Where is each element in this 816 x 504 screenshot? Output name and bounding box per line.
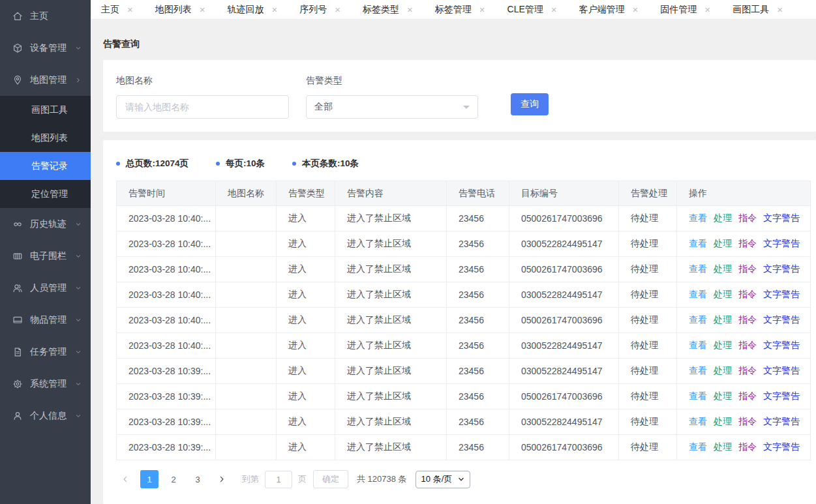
handle-link[interactable]: 处理 [714, 263, 732, 274]
stat-item: 每页: 10条 [216, 158, 265, 170]
tab-close-icon[interactable]: × [777, 5, 783, 14]
tab-close-icon[interactable]: × [633, 5, 639, 14]
view-link[interactable]: 查看 [689, 340, 707, 350]
sidebar-item[interactable]: 人员管理 [0, 272, 91, 304]
goto-page-input[interactable] [265, 471, 292, 488]
sidebar-item[interactable]: 电子围栏 [0, 240, 91, 272]
handle-link[interactable]: 处理 [714, 314, 732, 325]
command-link[interactable]: 指令 [738, 238, 757, 248]
tab-close-icon[interactable]: × [127, 5, 133, 14]
page-button[interactable]: 2 [164, 470, 183, 488]
column-header: 告警类型 [277, 181, 335, 206]
handle-link[interactable]: 处理 [714, 365, 732, 376]
view-link[interactable]: 查看 [689, 365, 707, 376]
view-link[interactable]: 查看 [689, 289, 707, 299]
sidebar-item[interactable]: 物品管理 [0, 304, 91, 336]
header-row: 告警时间地图名称告警类型告警内容告警电话目标编号告警处理操作 [117, 181, 811, 206]
tab-close-icon[interactable]: × [551, 5, 557, 14]
table-row: 2023-03-28 10:40:...进入进入了禁止区域23456050026… [117, 257, 811, 282]
view-link[interactable]: 查看 [689, 314, 707, 325]
text-warning-link[interactable]: 文字警告 [763, 441, 800, 452]
tab[interactable]: 标签类型× [363, 4, 413, 16]
tab[interactable]: 固件管理× [660, 4, 710, 16]
sidebar-item[interactable]: 历史轨迹 [0, 208, 91, 240]
view-link[interactable]: 查看 [689, 213, 707, 223]
tab-close-icon[interactable]: × [704, 5, 710, 14]
command-link[interactable]: 指令 [738, 263, 757, 274]
next-page-button[interactable] [213, 470, 231, 488]
handle-link[interactable]: 处理 [714, 391, 732, 401]
view-link[interactable]: 查看 [689, 441, 707, 452]
text-warning-link[interactable]: 文字警告 [763, 238, 800, 248]
cell-actions: 查看处理指令文字警告 [677, 231, 811, 257]
command-link[interactable]: 指令 [738, 213, 757, 223]
page-button[interactable]: 3 [189, 470, 207, 488]
command-link[interactable]: 指令 [738, 314, 757, 325]
tab[interactable]: CLE管理× [507, 4, 557, 16]
table-row: 2023-03-28 10:39:...进入进入了禁止区域23456050026… [117, 435, 811, 460]
cell-map-name [216, 333, 277, 359]
text-warning-link[interactable]: 文字警告 [763, 213, 800, 223]
view-link[interactable]: 查看 [689, 391, 707, 401]
page-button[interactable]: 1 [140, 470, 159, 488]
page-title: 告警查询 [103, 20, 816, 60]
sidebar-item[interactable]: 主页 [0, 0, 91, 32]
command-link[interactable]: 指令 [738, 365, 757, 376]
sidebar-item[interactable]: 设备管理 [0, 32, 91, 64]
tab-close-icon[interactable]: × [272, 5, 278, 14]
text-warning-link[interactable]: 文字警告 [763, 314, 800, 325]
prev-page-button[interactable] [116, 470, 134, 488]
sidebar-subitem[interactable]: 告警记录 [0, 152, 91, 180]
page-size-select[interactable]: 10 条/页 [416, 471, 471, 488]
cell-alarm-content: 进入了禁止区域 [335, 308, 447, 333]
text-warning-link[interactable]: 文字警告 [763, 365, 800, 376]
alarm-type-select[interactable]: 全部 [306, 95, 478, 119]
sidebar-item[interactable]: 系统管理 [0, 368, 91, 400]
sidebar-item[interactable]: 个人信息 [0, 400, 91, 432]
command-link[interactable]: 指令 [738, 289, 757, 299]
tab-close-icon[interactable]: × [407, 5, 413, 14]
tab[interactable]: 标签管理× [435, 4, 485, 16]
tab[interactable]: 轨迹回放× [228, 4, 278, 16]
map-name-input[interactable] [116, 95, 289, 119]
search-button[interactable]: 查询 [511, 93, 549, 115]
chevron-down-icon [74, 348, 82, 356]
sidebar-subitem[interactable]: 画图工具 [0, 96, 91, 124]
tab-close-icon[interactable]: × [335, 5, 340, 14]
handle-link[interactable]: 处理 [714, 416, 732, 426]
confirm-button[interactable]: 确定 [313, 470, 348, 488]
table-card: 总页数: 12074页每页: 10条本页条数: 10条 告警时间地图名称告警类型… [103, 140, 816, 504]
text-warning-link[interactable]: 文字警告 [763, 391, 800, 401]
main-area: 主页×地图列表×轨迹回放×序列号×标签类型×标签管理×CLE管理×客户端管理×固… [91, 0, 816, 504]
tab[interactable]: 序列号× [299, 4, 340, 16]
tab[interactable]: 画图工具× [733, 4, 783, 16]
handle-link[interactable]: 处理 [714, 441, 732, 452]
text-warning-link[interactable]: 文字警告 [763, 340, 800, 350]
view-link[interactable]: 查看 [689, 238, 707, 248]
cell-alarm-type: 进入 [277, 206, 335, 231]
handle-link[interactable]: 处理 [714, 289, 732, 299]
text-warning-link[interactable]: 文字警告 [763, 289, 800, 299]
sidebar-subitem[interactable]: 定位管理 [0, 180, 91, 208]
text-warning-link[interactable]: 文字警告 [763, 263, 800, 274]
tab[interactable]: 地图列表× [155, 4, 205, 16]
view-link[interactable]: 查看 [689, 416, 707, 426]
sidebar-item[interactable]: 地图管理 [0, 64, 91, 96]
sidebar-item[interactable]: 任务管理 [0, 336, 91, 368]
table-row: 2023-03-28 10:40:...进入进入了禁止区域23456030052… [117, 282, 811, 308]
text-warning-link[interactable]: 文字警告 [763, 416, 800, 426]
tab[interactable]: 客户端管理× [579, 4, 639, 16]
view-link[interactable]: 查看 [689, 263, 707, 274]
command-link[interactable]: 指令 [738, 416, 757, 426]
command-link[interactable]: 指令 [738, 441, 757, 452]
handle-link[interactable]: 处理 [714, 340, 732, 350]
command-link[interactable]: 指令 [738, 340, 757, 350]
handle-link[interactable]: 处理 [714, 238, 732, 248]
sidebar-item-label: 历史轨迹 [30, 218, 67, 230]
handle-link[interactable]: 处理 [714, 213, 732, 223]
tab-close-icon[interactable]: × [200, 5, 205, 14]
tab[interactable]: 主页× [101, 4, 133, 16]
sidebar-subitem[interactable]: 地图列表 [0, 124, 91, 152]
command-link[interactable]: 指令 [738, 391, 757, 401]
tab-close-icon[interactable]: × [479, 5, 485, 14]
